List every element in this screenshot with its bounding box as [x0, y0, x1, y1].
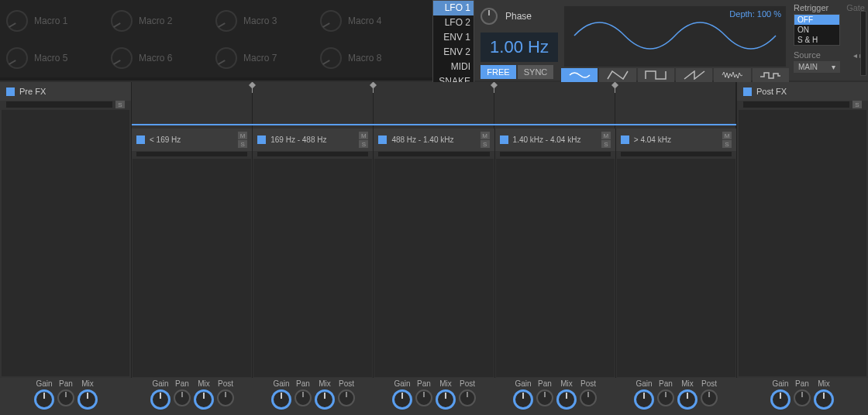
- mod-source-lfo1[interactable]: LFO 1: [433, 1, 474, 15]
- b3-mix-knob[interactable]: [436, 389, 456, 410]
- macro-3-knob[interactable]: [215, 10, 237, 32]
- macro-6-knob[interactable]: [111, 47, 133, 69]
- b4-gain-knob[interactable]: [513, 389, 533, 410]
- macro-2-knob[interactable]: [111, 10, 133, 32]
- spectrum-row[interactable]: [132, 82, 736, 129]
- band-5-enable[interactable]: [621, 135, 629, 144]
- retrigger-on[interactable]: ON: [794, 25, 839, 35]
- phase-label: Phase: [505, 11, 532, 22]
- band-1-enable[interactable]: [136, 135, 145, 144]
- band-3-mute[interactable]: M: [480, 132, 490, 139]
- band-1-mute[interactable]: M: [238, 132, 247, 139]
- mod-source-env2[interactable]: ENV 2: [433, 45, 474, 60]
- band-2-solo[interactable]: S: [359, 140, 368, 148]
- macro-4-knob[interactable]: [320, 10, 342, 32]
- frequency-display[interactable]: 1.00 Hz: [480, 33, 558, 62]
- b4-gain-label: Gain: [515, 379, 531, 388]
- macro-1-knob[interactable]: [6, 10, 28, 32]
- postfx-slot[interactable]: [739, 110, 866, 376]
- mod-source-lfo2[interactable]: LFO 2: [433, 15, 474, 30]
- band-4-slot[interactable]: [496, 159, 615, 377]
- band-1-solo[interactable]: S: [238, 140, 247, 148]
- shape-sine-button[interactable]: [561, 68, 598, 82]
- b5-post-knob[interactable]: [701, 389, 718, 406]
- b4-mix-knob[interactable]: [556, 389, 577, 410]
- macro-4-label: Macro 4: [348, 15, 381, 26]
- retrigger-label: Retrigger: [794, 3, 828, 12]
- postfx-solo-button[interactable]: S: [852, 101, 862, 108]
- band-2-enable[interactable]: [257, 135, 266, 144]
- waveform-display[interactable]: Depth: 100 %: [564, 6, 786, 67]
- b5-gain-knob[interactable]: [634, 389, 654, 410]
- mod-source-midi[interactable]: MIDI: [433, 60, 474, 74]
- b5-mix-knob[interactable]: [677, 389, 698, 410]
- band-1-slot[interactable]: [133, 159, 251, 377]
- macro-5-knob[interactable]: [6, 47, 28, 69]
- b1-gain-knob[interactable]: [150, 389, 170, 410]
- b5-pan-knob[interactable]: [657, 389, 674, 406]
- prefx-pan-knob[interactable]: [57, 389, 74, 406]
- macro-7-label: Macro 7: [243, 53, 277, 63]
- b5-post-label: Post: [701, 379, 717, 388]
- b2-mix-knob[interactable]: [315, 389, 335, 410]
- band-4-mute[interactable]: M: [601, 132, 611, 139]
- band-4-enable[interactable]: [500, 135, 508, 144]
- b2-pan-label: Pan: [296, 379, 310, 388]
- postfx-enable-checkbox[interactable]: [743, 87, 752, 96]
- b3-gain-knob[interactable]: [392, 389, 412, 410]
- b1-gain-label: Gain: [152, 379, 168, 388]
- b1-pan-knob[interactable]: [174, 389, 191, 406]
- band-2-slot[interactable]: [253, 159, 372, 377]
- b3-gain-label: Gain: [394, 379, 410, 388]
- postfx-mix-label: Mix: [818, 379, 830, 388]
- mod-source-env1[interactable]: ENV 1: [433, 30, 474, 45]
- bottom-knob-row: Gain Pan Mix Gain Pan Mix Post Gain Pan …: [0, 378, 868, 415]
- postfx-mix-knob[interactable]: [814, 389, 834, 410]
- shape-saw-button[interactable]: [676, 68, 712, 82]
- macro-1-label: Macro 1: [34, 15, 67, 26]
- b1-mix-knob[interactable]: [194, 389, 214, 410]
- postfx-pan-knob[interactable]: [794, 389, 811, 406]
- prefx-gain-knob[interactable]: [34, 389, 54, 410]
- band-2-mute[interactable]: M: [359, 132, 368, 139]
- shape-noise-button[interactable]: [714, 68, 750, 82]
- prefx-solo-button[interactable]: S: [115, 101, 125, 108]
- retrigger-sh[interactable]: S & H: [794, 35, 839, 45]
- band-3-enable[interactable]: [378, 135, 387, 144]
- prefx-mix-knob[interactable]: [78, 389, 98, 410]
- macro-7-knob[interactable]: [215, 47, 237, 69]
- prefx-gain-label: Gain: [36, 379, 52, 388]
- band-3-solo[interactable]: S: [480, 140, 490, 148]
- band-4-label: 1.40 kHz - 4.04 kHz: [513, 135, 597, 144]
- postfx-gain-knob[interactable]: [770, 389, 790, 410]
- b4-pan-knob[interactable]: [536, 389, 553, 406]
- band-5-solo[interactable]: S: [722, 140, 732, 148]
- band-5-mute[interactable]: M: [722, 132, 732, 139]
- band-4-solo[interactable]: S: [601, 140, 611, 148]
- depth-label[interactable]: Depth: 100 %: [729, 9, 781, 19]
- retrigger-off[interactable]: OFF: [794, 15, 839, 25]
- b2-pan-knob[interactable]: [294, 389, 312, 406]
- macro-8-knob[interactable]: [320, 47, 342, 69]
- postfx-gain-label: Gain: [772, 379, 788, 388]
- band-4-meter: [500, 152, 611, 156]
- prefx-slot[interactable]: [2, 110, 129, 376]
- b1-post-knob[interactable]: [217, 389, 234, 406]
- shape-random-button[interactable]: [753, 68, 789, 82]
- rate-free-button[interactable]: FREE: [480, 65, 516, 79]
- phase-knob[interactable]: [480, 8, 498, 25]
- b2-gain-label: Gain: [273, 379, 289, 388]
- b4-post-knob[interactable]: [580, 389, 597, 406]
- b3-post-knob[interactable]: [459, 389, 476, 406]
- b3-pan-knob[interactable]: [415, 389, 432, 406]
- source-select[interactable]: MAIN ▾: [794, 61, 840, 73]
- b5-gain-label: Gain: [636, 379, 652, 388]
- b2-gain-knob[interactable]: [271, 389, 291, 410]
- rate-sync-button[interactable]: SYNC: [518, 65, 553, 79]
- shape-triangle-button[interactable]: [599, 68, 636, 82]
- band-5-slot[interactable]: [617, 159, 735, 377]
- shape-square-button[interactable]: [638, 68, 674, 82]
- b2-post-knob[interactable]: [338, 389, 355, 406]
- band-3-slot[interactable]: [374, 159, 493, 377]
- prefx-enable-checkbox[interactable]: [6, 87, 15, 96]
